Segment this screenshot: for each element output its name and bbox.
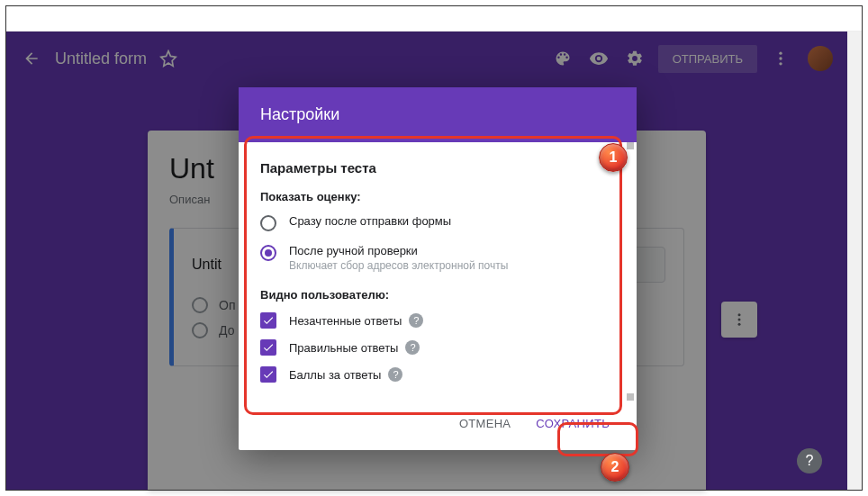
checkbox-checked-icon — [260, 312, 276, 329]
browser-scrollbar[interactable] — [847, 32, 862, 490]
radio-label: Сразу после отправки формы — [289, 214, 451, 228]
dialog-scrollbar[interactable] — [624, 142, 637, 401]
save-button[interactable]: СОХРАНИТЬ — [525, 410, 620, 437]
help-icon[interactable]: ? — [388, 367, 402, 382]
help-fab-icon[interactable]: ? — [797, 448, 822, 473]
checkbox-points[interactable]: Баллы за ответы ? — [260, 366, 602, 383]
checkbox-checked-icon — [260, 339, 276, 356]
checkbox-label: Правильные ответы — [289, 341, 398, 355]
checkbox-label: Баллы за ответы — [289, 368, 381, 382]
help-icon[interactable]: ? — [405, 340, 420, 355]
dialog-title: Настройки — [239, 87, 637, 142]
radio-sublabel: Включает сбор адресов электронной почты — [289, 259, 508, 272]
settings-dialog: Настройки Параметры теста Показать оценк… — [239, 87, 637, 450]
radio-label: После ручной проверки — [289, 244, 508, 257]
checkbox-wrong-answers[interactable]: Незачтенные ответы ? — [260, 312, 602, 329]
radio-icon — [260, 215, 276, 231]
visible-heading: Видно пользователю: — [260, 288, 602, 302]
show-grade-heading: Показать оценку: — [260, 190, 602, 203]
cancel-button[interactable]: ОТМЕНА — [448, 410, 521, 437]
annotation-marker-1: 1 — [599, 143, 628, 172]
help-icon[interactable]: ? — [409, 313, 423, 328]
radio-immediate[interactable]: Сразу после отправки формы — [260, 214, 602, 231]
checkbox-correct-answers[interactable]: Правильные ответы ? — [260, 339, 602, 356]
checkbox-label: Незачтенные ответы — [289, 314, 402, 328]
radio-manual[interactable]: После ручной проверки Включает сбор адре… — [260, 244, 602, 272]
annotation-marker-2: 2 — [601, 453, 629, 482]
quiz-section-title: Параметры теста — [260, 160, 602, 176]
radio-icon-selected — [260, 245, 276, 261]
checkbox-checked-icon — [260, 366, 276, 383]
browser-tab-strip — [6, 6, 862, 32]
